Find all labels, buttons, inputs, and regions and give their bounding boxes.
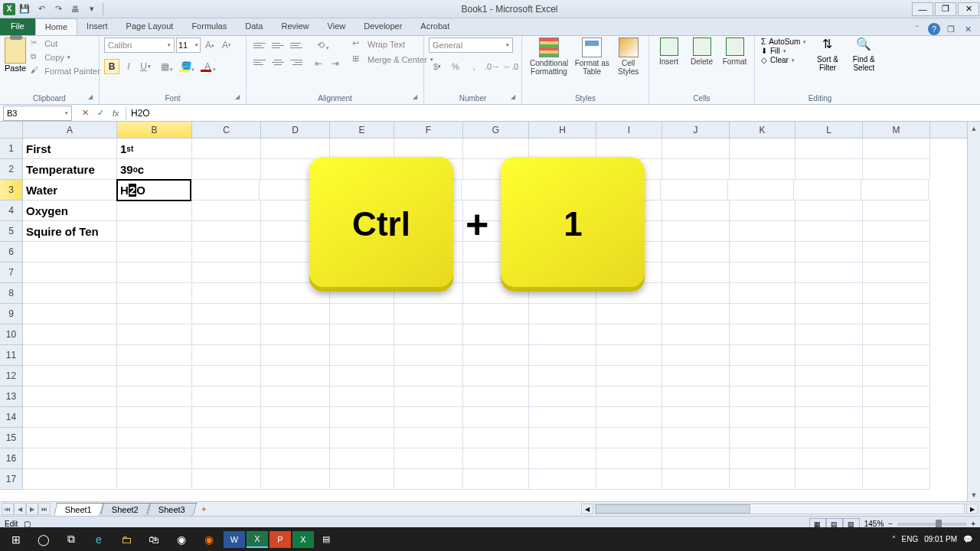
cell[interactable] <box>23 242 117 262</box>
select-all-corner[interactable] <box>0 122 23 139</box>
find-select-button[interactable]: 🔍Find & Select <box>848 37 880 72</box>
increase-decimal-button[interactable]: .0→ <box>484 59 501 74</box>
cell[interactable]: First <box>23 139 117 159</box>
cell[interactable] <box>795 262 863 283</box>
cell[interactable] <box>261 428 330 448</box>
horizontal-scrollbar[interactable]: ◀ ▶ <box>212 504 980 514</box>
cell[interactable] <box>117 283 192 304</box>
row-header[interactable]: 8 <box>0 283 22 304</box>
cell[interactable] <box>23 324 117 345</box>
cell[interactable] <box>330 407 394 428</box>
cell[interactable] <box>261 469 330 490</box>
cell[interactable] <box>795 366 863 386</box>
cell[interactable] <box>529 366 596 386</box>
column-header[interactable]: M <box>863 122 930 138</box>
cell[interactable] <box>394 448 463 469</box>
cell[interactable] <box>192 242 261 262</box>
cell[interactable] <box>394 139 463 159</box>
language-indicator[interactable]: ENG <box>902 535 919 543</box>
cell[interactable]: Squire of Ten <box>23 221 117 242</box>
cell[interactable] <box>261 304 330 324</box>
cell[interactable] <box>596 407 662 428</box>
cell[interactable] <box>192 448 261 469</box>
cell[interactable] <box>261 139 330 159</box>
cell[interactable] <box>192 159 261 180</box>
cell[interactable] <box>795 386 863 407</box>
cell[interactable] <box>662 324 730 345</box>
cell[interactable] <box>192 139 261 159</box>
firefox-icon[interactable]: ◉ <box>196 529 222 549</box>
scroll-right-arrow[interactable]: ▶ <box>966 504 978 514</box>
cell[interactable] <box>117 366 192 386</box>
word-icon[interactable]: W <box>224 531 245 548</box>
hscroll-thumb[interactable] <box>596 504 750 514</box>
cell[interactable] <box>863 304 930 324</box>
column-header[interactable]: I <box>596 122 662 138</box>
cell[interactable] <box>330 448 394 469</box>
column-header[interactable]: E <box>330 122 394 138</box>
cell[interactable] <box>117 407 192 428</box>
tab-last-button[interactable]: ⏭ <box>38 503 51 515</box>
qat-more-icon[interactable]: ▾ <box>84 2 100 16</box>
cell[interactable] <box>192 386 261 407</box>
scroll-up-arrow[interactable]: ▲ <box>968 122 980 135</box>
cell[interactable] <box>662 366 730 386</box>
row-header[interactable]: 7 <box>0 262 22 283</box>
print-icon[interactable]: 🖶 <box>67 2 83 16</box>
cell[interactable] <box>192 201 261 221</box>
cell[interactable]: Water <box>23 180 117 201</box>
cell[interactable] <box>795 201 863 221</box>
cell[interactable] <box>662 262 730 283</box>
workbook-close-icon[interactable]: ✕ <box>962 23 974 35</box>
row-header[interactable]: 9 <box>0 304 22 324</box>
align-top-button[interactable] <box>251 37 268 53</box>
cell[interactable] <box>117 386 192 407</box>
align-center-button[interactable] <box>270 54 286 70</box>
cell[interactable] <box>529 448 596 469</box>
cell[interactable] <box>394 428 463 448</box>
tab-file[interactable]: File <box>0 18 35 35</box>
format-as-table-button[interactable]: Format as Table <box>574 37 609 76</box>
cell[interactable] <box>23 386 117 407</box>
cell[interactable]: Temperature <box>23 159 117 180</box>
cell[interactable] <box>730 139 795 159</box>
tab-page-layout[interactable]: Page Layout <box>117 18 183 35</box>
cell[interactable] <box>795 345 863 366</box>
cell[interactable] <box>394 345 463 366</box>
close-button[interactable]: ✕ <box>958 2 979 16</box>
cell-styles-button[interactable]: Cell Styles <box>612 37 644 76</box>
cell[interactable] <box>730 469 795 490</box>
align-bottom-button[interactable] <box>288 37 305 53</box>
file-explorer-icon[interactable]: 🗀 <box>113 529 139 549</box>
cell[interactable] <box>261 386 330 407</box>
cell[interactable] <box>394 407 463 428</box>
tab-developer[interactable]: Developer <box>354 18 411 35</box>
cell[interactable] <box>117 221 192 242</box>
cell[interactable] <box>795 304 863 324</box>
cell[interactable] <box>529 345 596 366</box>
cell[interactable] <box>662 428 730 448</box>
cell[interactable] <box>117 324 192 345</box>
cell[interactable] <box>394 469 463 490</box>
powerpoint-icon[interactable]: P <box>270 531 291 548</box>
tab-home[interactable]: Home <box>35 18 77 35</box>
cell[interactable] <box>795 283 863 304</box>
conditional-formatting-button[interactable]: Conditional Formatting <box>527 37 571 76</box>
grid[interactable]: Ctrl + 1 First1stTemperature39ocWaterH2O… <box>23 139 967 501</box>
cell[interactable] <box>23 407 117 428</box>
align-left-button[interactable] <box>251 54 268 70</box>
cell[interactable] <box>463 366 529 386</box>
autosum-button[interactable]: ΣAutoSum▾ <box>760 37 808 46</box>
cell[interactable] <box>662 139 730 159</box>
cell[interactable] <box>863 262 930 283</box>
borders-button[interactable]: ▦ <box>155 59 175 74</box>
cell[interactable] <box>863 469 930 490</box>
cell[interactable] <box>394 324 463 345</box>
row-header[interactable]: 3 <box>0 180 22 201</box>
row-header[interactable]: 13 <box>0 386 22 407</box>
cell[interactable] <box>463 469 529 490</box>
cell[interactable] <box>730 448 795 469</box>
cell[interactable] <box>730 304 795 324</box>
excel-taskbar-icon[interactable]: X <box>247 531 268 548</box>
font-name-combo[interactable]: Calibri▾ <box>104 37 175 53</box>
